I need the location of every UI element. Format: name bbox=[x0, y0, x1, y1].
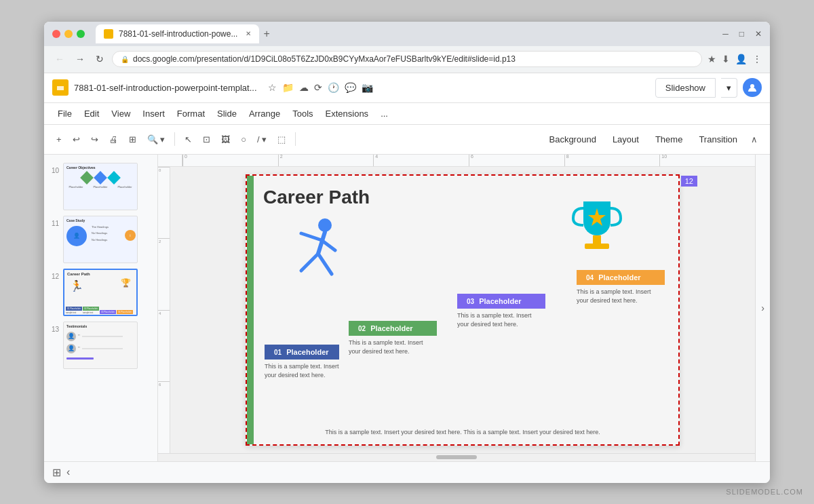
transition-btn[interactable]: Transition bbox=[692, 132, 744, 147]
undo-button[interactable]: ↩ bbox=[69, 132, 84, 147]
slide-panel: 10 Career Objectives Placeholder Placeho… bbox=[44, 155, 158, 461]
grid-view-btn[interactable]: ⊞ bbox=[52, 466, 61, 479]
menu-tools[interactable]: Tools bbox=[287, 106, 318, 121]
line-tool[interactable]: / ▾ bbox=[253, 132, 271, 147]
slide-thumbnail-13: Testimonials 👤 " 👤 " bbox=[63, 322, 138, 369]
tab-close-btn[interactable]: ✕ bbox=[246, 30, 251, 37]
minimize-btn[interactable] bbox=[64, 30, 73, 38]
slide-item-11[interactable]: 11 Case Study 👤 The Headings No Headings… bbox=[44, 213, 157, 266]
menu-slide[interactable]: Slide bbox=[212, 106, 242, 121]
menu-arrange[interactable]: Arrange bbox=[244, 106, 286, 121]
maximize-btn[interactable] bbox=[77, 30, 85, 38]
toolbar-right: Background Layout Theme Transition ∧ bbox=[542, 132, 762, 147]
scrollbar-horizontal[interactable] bbox=[158, 453, 755, 461]
select-tool[interactable]: ↖ bbox=[180, 132, 196, 147]
theme-btn[interactable]: Theme bbox=[648, 132, 689, 147]
browser-controls bbox=[52, 30, 85, 38]
app-icon bbox=[52, 79, 69, 96]
svg-line-4 bbox=[301, 233, 322, 240]
folder-icon[interactable]: 📁 bbox=[282, 82, 294, 93]
menu-file[interactable]: File bbox=[52, 106, 77, 121]
slide-title-area: Career Path bbox=[263, 187, 370, 208]
add-button[interactable]: + bbox=[52, 132, 66, 147]
browser-titlebar: 7881-01-self-introduction-powe... ✕ + ─ … bbox=[44, 22, 770, 46]
star-icon[interactable]: ☆ bbox=[268, 82, 277, 93]
slide-number-11: 11 bbox=[50, 220, 59, 227]
tab-favicon bbox=[104, 29, 113, 39]
forward-button[interactable]: → bbox=[73, 52, 88, 66]
menu-bar: File Edit View Insert Format Slide Arran… bbox=[44, 103, 770, 125]
toolbar-separator-2 bbox=[295, 132, 296, 146]
slide-item-12[interactable]: 12 Career Path 🏃 🏆 01 Placeholder sample… bbox=[44, 266, 157, 319]
step-1: 01 Placeholder This is a sample text. In… bbox=[265, 345, 339, 379]
slide-thumbnail-10: Career Objectives Placeholder Placeholde… bbox=[63, 163, 138, 210]
close-btn[interactable] bbox=[52, 30, 60, 38]
text-tool[interactable]: ⬚ bbox=[273, 132, 290, 147]
win-minimize[interactable]: ─ bbox=[722, 29, 729, 39]
step-2: 02 Placeholder This is a sample text. In… bbox=[349, 321, 437, 355]
account-icon[interactable]: 👤 bbox=[735, 54, 747, 64]
step-3: 03 Placeholder This is a sample text. In… bbox=[457, 294, 545, 328]
lock-icon: 🔒 bbox=[121, 56, 129, 63]
right-panel-collapse[interactable]: › bbox=[755, 155, 770, 461]
svg-line-5 bbox=[322, 240, 335, 250]
bottom-text: This is a sample text. Insert your desir… bbox=[247, 428, 678, 438]
ellipse-tool[interactable]: ○ bbox=[237, 132, 250, 147]
cloud-icon[interactable]: ☁ bbox=[299, 82, 309, 93]
slide-item-13[interactable]: 13 Testimonials 👤 " 👤 " bbox=[44, 319, 157, 372]
menu-more[interactable]: ... bbox=[375, 106, 393, 121]
slide-badge: 12 bbox=[681, 176, 697, 187]
chat-icon[interactable]: 💬 bbox=[345, 82, 356, 93]
left-accent bbox=[247, 176, 254, 444]
menu-edit[interactable]: Edit bbox=[79, 106, 104, 121]
history-icon[interactable]: 🕐 bbox=[328, 82, 339, 93]
main-slide[interactable]: 12 Career Path bbox=[246, 174, 680, 446]
sync-icon[interactable]: ⟳ bbox=[314, 82, 322, 93]
paint-format-button[interactable]: ⊞ bbox=[125, 132, 140, 147]
header-icons: ☆ 📁 ☁ ⟳ 🕐 💬 📷 bbox=[268, 82, 373, 93]
slideshow-button[interactable]: Slideshow bbox=[655, 78, 716, 98]
new-tab-button[interactable]: + bbox=[259, 28, 273, 40]
background-btn[interactable]: Background bbox=[542, 132, 602, 147]
collapse-toolbar-btn[interactable]: ∧ bbox=[747, 132, 762, 147]
menu-extensions[interactable]: Extensions bbox=[320, 106, 374, 121]
app-title: 7881-01-self-introduction-powerpoint-tem… bbox=[74, 83, 257, 93]
svg-rect-10 bbox=[585, 244, 609, 249]
slide-item-10[interactable]: 10 Career Objectives Placeholder Placeho… bbox=[44, 160, 157, 213]
layout-btn[interactable]: Layout bbox=[606, 132, 646, 147]
step-3-text: This is a sample text. Insert your desir… bbox=[457, 311, 539, 328]
main-content: 10 Career Objectives Placeholder Placeho… bbox=[44, 155, 770, 461]
window-controls: ─ □ ✕ bbox=[722, 29, 762, 39]
refresh-button[interactable]: ↻ bbox=[93, 52, 106, 66]
more-icon[interactable]: ⋮ bbox=[752, 54, 762, 64]
bookmark-icon[interactable]: ★ bbox=[708, 54, 716, 64]
slide-number-12: 12 bbox=[50, 273, 59, 280]
image-tool[interactable]: 🖼 bbox=[217, 132, 234, 147]
zoom-button[interactable]: 🔍 ▾ bbox=[143, 132, 170, 147]
active-tab[interactable]: 7881-01-self-introduction-powe... ✕ bbox=[96, 24, 259, 43]
address-actions: ★ ⬇ 👤 ⋮ bbox=[708, 54, 762, 64]
redo-button[interactable]: ↪ bbox=[87, 132, 102, 147]
download-icon[interactable]: ⬇ bbox=[722, 54, 730, 64]
user-avatar[interactable] bbox=[743, 78, 762, 97]
runner-figure bbox=[288, 213, 349, 290]
print-button[interactable]: 🖨 bbox=[105, 132, 122, 147]
svg-line-7 bbox=[318, 254, 332, 274]
address-bar: ← → ↻ 🔒 docs.google.com/presentation/d/1… bbox=[44, 46, 770, 73]
panel-collapse-btn[interactable]: ‹ bbox=[66, 466, 70, 478]
back-button[interactable]: ← bbox=[52, 52, 67, 66]
address-input[interactable]: 🔒 docs.google.com/presentation/d/1D9CiL0… bbox=[112, 51, 702, 67]
camera-icon[interactable]: 📷 bbox=[362, 82, 373, 93]
slide-area: 12 Career Path bbox=[170, 167, 755, 453]
win-restore[interactable]: □ bbox=[739, 29, 744, 39]
trophy-figure bbox=[570, 195, 624, 258]
menu-insert[interactable]: Insert bbox=[137, 106, 170, 121]
menu-view[interactable]: View bbox=[106, 106, 136, 121]
win-close[interactable]: ✕ bbox=[755, 29, 762, 39]
scrollbar-thumb-h bbox=[436, 455, 477, 459]
slideshow-dropdown[interactable]: ▾ bbox=[721, 78, 737, 98]
shape-tool[interactable]: ⊡ bbox=[199, 132, 214, 147]
slide-title: Career Path bbox=[263, 187, 370, 208]
menu-format[interactable]: Format bbox=[172, 106, 210, 121]
step-2-text: This is a sample text. Insert your desir… bbox=[349, 338, 430, 355]
